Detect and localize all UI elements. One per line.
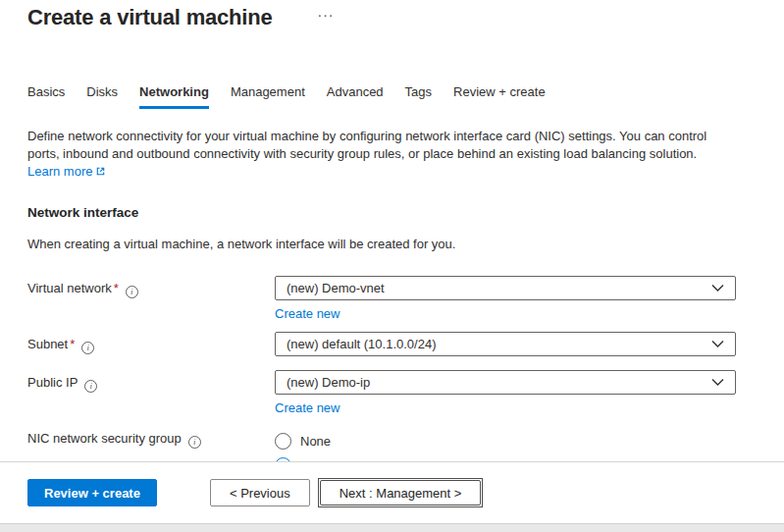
virtual-network-control: (new) Demo-vnet Create new (275, 276, 736, 321)
tab-management[interactable]: Management (231, 84, 305, 109)
wizard-tabs: Basics Disks Networking Management Advan… (27, 84, 757, 109)
nic-nsg-option-basic[interactable]: Basic (275, 453, 736, 461)
next-button-focus-ring: Next : Management > (318, 478, 484, 507)
tab-advanced[interactable]: Advanced (327, 84, 384, 109)
info-icon[interactable]: i (126, 286, 138, 298)
form-row-nic-nsg: NIC network security groupi None Basic A… (27, 426, 757, 461)
chevron-down-icon (711, 375, 724, 390)
window-bottom-edge (0, 523, 784, 532)
info-icon[interactable]: i (84, 380, 97, 393)
public-ip-create-new-row: Create new (275, 400, 736, 415)
info-icon[interactable]: i (188, 436, 201, 449)
form-row-virtual-network: Virtual network*i (new) Demo-vnet Create… (27, 276, 757, 321)
virtual-network-dropdown[interactable]: (new) Demo-vnet (275, 276, 736, 300)
info-icon[interactable]: i (81, 342, 94, 354)
public-ip-create-new-link[interactable]: Create new (275, 400, 340, 415)
section-heading-network-interface: Network interface (27, 205, 757, 220)
required-marker: * (70, 337, 75, 351)
tab-basics[interactable]: Basics (27, 84, 65, 109)
virtual-network-label: Virtual network*i (27, 276, 275, 321)
page-content: Create a virtual machine ··· Basics Disk… (0, 0, 784, 461)
page-header: Create a virtual machine ··· (27, 2, 757, 31)
subnet-control: (new) default (10.1.0.0/24) (275, 332, 736, 356)
previous-button[interactable]: < Previous (210, 479, 310, 506)
public-ip-dropdown[interactable]: (new) Demo-ip (275, 370, 736, 395)
chevron-down-icon (711, 281, 724, 295)
virtual-network-value: (new) Demo-vnet (287, 281, 385, 295)
subnet-dropdown[interactable]: (new) default (10.1.0.0/24) (275, 332, 736, 356)
section-intro: When creating a virtual machine, a netwo… (27, 237, 757, 251)
nic-nsg-option-none[interactable]: None (275, 429, 736, 453)
virtual-network-create-new-row: Create new (275, 306, 736, 321)
radio-selected-icon (275, 457, 291, 461)
learn-more-row: Learn more (27, 163, 757, 182)
radio-icon (275, 433, 291, 450)
external-link-icon (95, 164, 106, 182)
tab-tags[interactable]: Tags (405, 84, 432, 109)
public-ip-label: Public IPi (27, 370, 275, 415)
virtual-network-create-new-link[interactable]: Create new (275, 306, 340, 321)
more-options-icon[interactable]: ··· (318, 5, 335, 25)
subnet-label: Subnet*i (27, 332, 275, 356)
form-row-subnet: Subnet*i (new) default (10.1.0.0/24) (27, 332, 757, 356)
page-title: Create a virtual machine (27, 4, 273, 31)
learn-more-link[interactable]: Learn more (27, 164, 92, 179)
review-create-button[interactable]: Review + create (27, 479, 157, 506)
wizard-footer: Review + create < Previous Next : Manage… (0, 461, 784, 523)
nic-nsg-radio-group: None Basic Advanced (275, 426, 736, 461)
networking-form: Virtual network*i (new) Demo-vnet Create… (27, 276, 757, 461)
tab-networking[interactable]: Networking (139, 84, 209, 109)
tab-disks[interactable]: Disks (86, 84, 118, 109)
subnet-value: (new) default (10.1.0.0/24) (287, 337, 436, 351)
public-ip-value: (new) Demo-ip (287, 375, 370, 390)
required-marker: * (114, 281, 119, 295)
public-ip-control: (new) Demo-ip Create new (275, 370, 736, 415)
tab-description: Define network connectivity for your vir… (27, 128, 726, 163)
form-row-public-ip: Public IPi (new) Demo-ip Create new (27, 370, 757, 415)
tab-review-create[interactable]: Review + create (453, 84, 546, 109)
chevron-down-icon (711, 337, 724, 351)
nic-nsg-label: NIC network security groupi (27, 426, 275, 461)
next-management-button[interactable]: Next : Management > (320, 480, 482, 505)
